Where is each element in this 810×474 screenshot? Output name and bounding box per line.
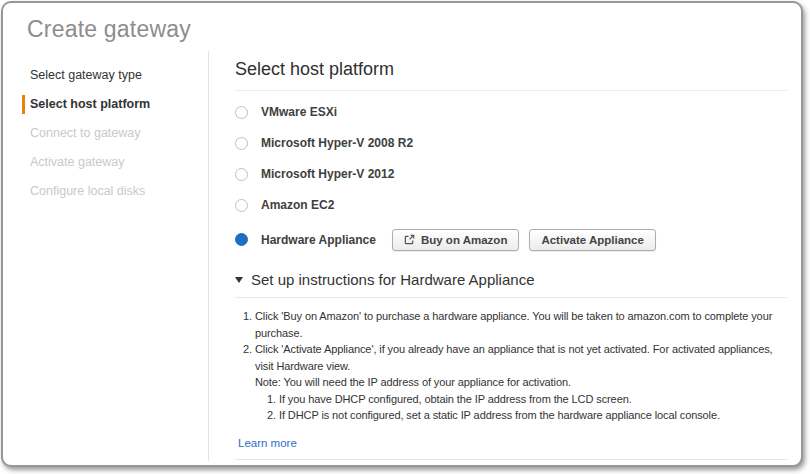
sidebar-step-select-gateway-type[interactable]: Select gateway type	[3, 61, 208, 90]
step-label: Select gateway type	[30, 68, 142, 82]
external-link-icon	[404, 234, 415, 245]
wizard-steps-sidebar: Select gateway type Select host platform…	[3, 51, 208, 461]
radio-button-hyperv-2012[interactable]	[235, 168, 248, 181]
instruction-note: Note: You will need the IP address of yo…	[255, 374, 787, 391]
radio-button-vmware-esxi[interactable]	[235, 106, 248, 119]
buy-on-amazon-button[interactable]: Buy on Amazon	[392, 229, 519, 251]
platform-option-hardware-appliance: Hardware Appliance Buy on Amazon	[235, 229, 787, 250]
platform-option-vmware-esxi: VMware ESXi	[235, 105, 787, 119]
wizard-layout: Select gateway type Select host platform…	[3, 51, 801, 461]
setup-instructions-heading: Set up instructions for Hardware Applian…	[251, 271, 534, 288]
instruction-sublist: If you have DHCP configured, obtain the …	[255, 391, 787, 424]
option-label[interactable]: Microsoft Hyper-V 2012	[261, 167, 394, 181]
instruction-list: Click 'Buy on Amazon' to purchase a hard…	[238, 308, 787, 424]
radio-button-hardware-appliance[interactable]	[235, 233, 248, 246]
sidebar-step-activate-gateway: Activate gateway	[3, 148, 208, 177]
buy-on-amazon-label: Buy on Amazon	[421, 234, 507, 246]
platform-option-hyperv-2012: Microsoft Hyper-V 2012	[235, 167, 787, 181]
active-step-indicator-bar	[22, 95, 25, 114]
sidebar-step-configure-local-disks: Configure local disks	[3, 177, 208, 206]
instruction-subitem: If DHCP is not configured, set a static …	[279, 407, 787, 424]
setup-instructions-disclosure[interactable]: Set up instructions for Hardware Applian…	[235, 271, 787, 298]
main-content-panel: Select host platform VMware ESXi Microso…	[208, 51, 801, 461]
radio-button-hyperv-2008-r2[interactable]	[235, 137, 248, 150]
step-label: Select host platform	[30, 97, 150, 111]
option-label[interactable]: Amazon EC2	[261, 198, 334, 212]
option-label[interactable]: Hardware Appliance	[261, 233, 376, 247]
radio-button-amazon-ec2[interactable]	[235, 199, 248, 212]
platform-option-amazon-ec2: Amazon EC2	[235, 198, 787, 212]
option-label[interactable]: VMware ESXi	[261, 105, 337, 119]
sidebar-step-select-host-platform[interactable]: Select host platform	[3, 90, 208, 119]
create-gateway-wizard-window: Create gateway Select gateway type Selec…	[1, 1, 803, 467]
content-heading: Select host platform	[235, 59, 787, 91]
instruction-subitem: If you have DHCP configured, obtain the …	[279, 391, 787, 408]
activate-appliance-label: Activate Appliance	[541, 234, 643, 246]
caret-down-icon	[235, 277, 243, 283]
platform-option-hyperv-2008-r2: Microsoft Hyper-V 2008 R2	[235, 136, 787, 150]
instruction-item: Click 'Buy on Amazon' to purchase a hard…	[255, 308, 787, 341]
page-title: Create gateway	[3, 3, 801, 43]
instruction-item: Click 'Activate Appliance', if you alrea…	[255, 341, 787, 424]
learn-more-link[interactable]: Learn more	[238, 437, 297, 449]
option-label[interactable]: Microsoft Hyper-V 2008 R2	[261, 136, 413, 150]
setup-instructions-body: Click 'Buy on Amazon' to purchase a hard…	[238, 308, 787, 424]
wizard-footer: Cancel Previous Next	[235, 459, 787, 468]
hardware-appliance-actions: Buy on Amazon Activate Appliance	[392, 229, 656, 251]
step-label: Activate gateway	[30, 155, 125, 169]
activate-appliance-button[interactable]: Activate Appliance	[529, 229, 655, 251]
step-label: Connect to gateway	[30, 126, 141, 140]
step-label: Configure local disks	[30, 184, 145, 198]
sidebar-step-connect-to-gateway: Connect to gateway	[3, 119, 208, 148]
